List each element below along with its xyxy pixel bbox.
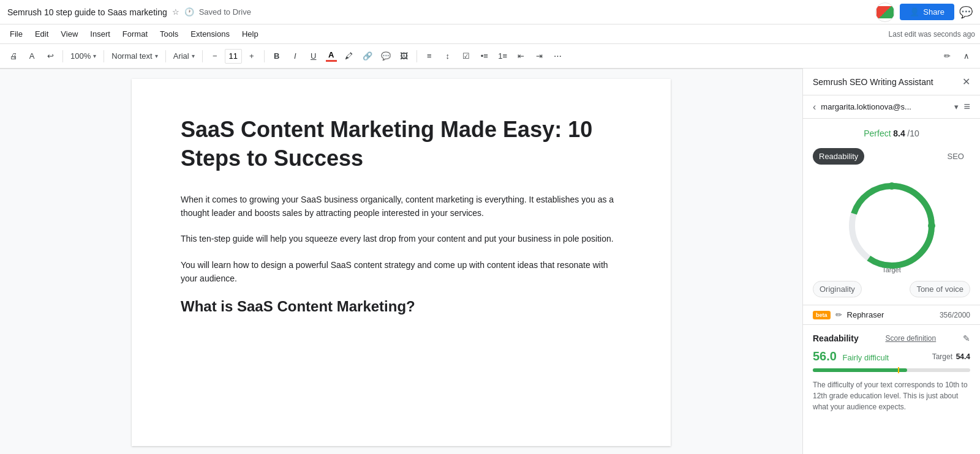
text-color-bar bbox=[326, 60, 337, 62]
last-edit-status: Last edit was seconds ago bbox=[889, 30, 975, 39]
tab-readability[interactable]: Readability bbox=[813, 148, 864, 165]
highlight-icon: 🖍 bbox=[345, 51, 353, 61]
document-area[interactable]: 1 2 3 4 5 6 7 SaaS Content Marketing Mad… bbox=[0, 69, 802, 454]
readability-description: The difficulty of your text corresponds … bbox=[813, 379, 970, 412]
zoom-chevron-icon: ▾ bbox=[93, 53, 96, 59]
text-color-button[interactable]: A bbox=[323, 49, 339, 63]
comment-button[interactable]: 💬 bbox=[377, 48, 394, 65]
readability-header: Readability Score definition ✎ bbox=[813, 333, 970, 343]
decrease-indent-button[interactable]: ⇤ bbox=[513, 48, 530, 65]
readability-score-value: 56.0 bbox=[813, 349, 837, 363]
document-para-1: When it comes to growing your SaaS busin… bbox=[181, 193, 622, 220]
panel-menu-icon[interactable]: ≡ bbox=[963, 100, 970, 113]
document-para-3: You will learn how to design a powerful … bbox=[181, 258, 622, 286]
font-size-increase-button[interactable]: + bbox=[243, 48, 260, 65]
target-score-label: Target bbox=[932, 352, 952, 361]
rephraser-row: beta ✏ Rephraser 356/2000 bbox=[803, 305, 980, 325]
collapse-button[interactable]: ∧ bbox=[958, 48, 975, 65]
menu-help[interactable]: Help bbox=[237, 27, 263, 41]
score-value: 8.4 bbox=[893, 128, 905, 138]
close-panel-button[interactable]: ✕ bbox=[962, 76, 970, 87]
numbered-list-button[interactable]: 1≡ bbox=[494, 48, 511, 65]
gauge-tabs: Readability SEO bbox=[803, 148, 980, 165]
readability-score-row: 56.0 Fairly difficult Target 54.4 bbox=[813, 349, 970, 363]
separator-3 bbox=[165, 50, 166, 62]
checklist-button[interactable]: ☑ bbox=[458, 48, 475, 65]
zoom-select[interactable]: 100% ▾ bbox=[67, 48, 100, 65]
title-bar-right: 👤 Share 💬 bbox=[875, 2, 973, 22]
menu-view[interactable]: View bbox=[56, 27, 83, 41]
menu-file[interactable]: File bbox=[5, 27, 28, 41]
gauge-svg bbox=[837, 171, 947, 269]
target-right: Target 54.4 bbox=[932, 352, 970, 361]
panel-account-row: ‹ margarita.loktionova@s... ▾ ≡ bbox=[803, 95, 980, 119]
font-select[interactable]: Arial ▾ bbox=[170, 48, 198, 65]
score-label: Perfect bbox=[864, 128, 891, 138]
document-title: Semrush 10 step guide to Saas marketing bbox=[7, 7, 167, 17]
menu-edit[interactable]: Edit bbox=[30, 27, 53, 41]
menu-insert[interactable]: Insert bbox=[85, 27, 115, 41]
menu-extensions[interactable]: Extensions bbox=[186, 27, 235, 41]
link-button[interactable]: 🔗 bbox=[359, 48, 376, 65]
target-score-value: 54.4 bbox=[956, 352, 970, 361]
separator-5 bbox=[264, 50, 265, 62]
increase-indent-button[interactable]: ⇥ bbox=[531, 48, 548, 65]
font-chevron-icon: ▾ bbox=[192, 53, 195, 59]
editing-mode-button[interactable]: ✏ bbox=[938, 48, 956, 65]
separator-2 bbox=[104, 50, 104, 62]
history-icon[interactable]: 🕐 bbox=[184, 7, 194, 17]
back-arrow-icon[interactable]: ‹ bbox=[813, 102, 816, 113]
image-button[interactable]: 🖼 bbox=[396, 48, 413, 65]
line-spacing-button[interactable]: ↕ bbox=[439, 48, 456, 65]
title-bar: Semrush 10 step guide to Saas marketing … bbox=[0, 0, 980, 24]
highlight-button[interactable]: 🖍 bbox=[341, 48, 358, 65]
document-page[interactable]: SaaS Content Marketing Made Easy: 10 Ste… bbox=[132, 79, 671, 446]
rephraser-count: 356/2000 bbox=[940, 311, 970, 319]
bullet-list-button[interactable]: •≡ bbox=[476, 48, 493, 65]
menu-tools[interactable]: Tools bbox=[155, 27, 183, 41]
readability-progress-bar bbox=[813, 368, 970, 372]
panel-score-area: Perfect 8.4 /10 bbox=[803, 119, 980, 148]
toolbar: 🖨 A ↩ 100% ▾ Normal text ▾ Arial ▾ − + B… bbox=[0, 44, 980, 69]
progress-target-marker bbox=[898, 367, 899, 373]
svg-point-3 bbox=[928, 222, 935, 229]
beta-badge: beta bbox=[813, 311, 831, 319]
menu-format[interactable]: Format bbox=[118, 27, 153, 41]
rephraser-label[interactable]: Rephraser bbox=[847, 310, 935, 319]
text-style-select[interactable]: Normal text ▾ bbox=[108, 48, 161, 65]
score-definition-link[interactable]: Score definition bbox=[885, 334, 936, 343]
share-button[interactable]: 👤 Share bbox=[900, 4, 954, 20]
undo-button[interactable]: ↩ bbox=[42, 48, 59, 65]
tab-tone-of-voice[interactable]: Tone of voice bbox=[910, 281, 970, 297]
italic-button[interactable]: I bbox=[287, 48, 304, 65]
comments-icon[interactable]: 💬 bbox=[959, 6, 973, 19]
separator-6 bbox=[417, 50, 417, 62]
edit-target-icon[interactable]: ✎ bbox=[963, 333, 970, 343]
print-button[interactable]: 🖨 bbox=[5, 48, 22, 65]
separator-1 bbox=[62, 50, 63, 62]
main-area: 1 2 3 4 5 6 7 SaaS Content Marketing Mad… bbox=[0, 69, 980, 454]
panel-header: Semrush SEO Writing Assistant ✕ bbox=[803, 69, 980, 95]
tab-seo[interactable]: SEO bbox=[941, 148, 970, 165]
readability-difficulty-label: Fairly difficult bbox=[843, 353, 889, 362]
text-style-chevron-icon: ▾ bbox=[155, 53, 158, 59]
document-title-text: SaaS Content Marketing Made Easy: 10 Ste… bbox=[181, 116, 622, 173]
bold-button[interactable]: B bbox=[268, 48, 285, 65]
tab-originality[interactable]: Originality bbox=[813, 281, 862, 297]
paint-format-button[interactable]: A bbox=[23, 48, 40, 65]
font-size-input[interactable] bbox=[225, 49, 242, 64]
account-chevron-icon[interactable]: ▾ bbox=[954, 102, 959, 111]
rephraser-icon: ✏ bbox=[835, 310, 842, 319]
readability-section-title: Readability bbox=[813, 333, 859, 343]
video-call-button[interactable] bbox=[875, 2, 895, 22]
align-button[interactable]: ≡ bbox=[421, 48, 438, 65]
more-button[interactable]: ⋯ bbox=[549, 48, 567, 65]
toolbar-right: ✏ ∧ bbox=[938, 48, 975, 65]
underline-button[interactable]: U bbox=[305, 48, 322, 65]
font-size-decrease-button[interactable]: − bbox=[206, 48, 224, 65]
ruler: 1 2 3 4 5 6 7 bbox=[0, 69, 802, 69]
score-max: /10 bbox=[907, 128, 919, 138]
star-icon[interactable]: ☆ bbox=[172, 7, 179, 17]
gauge-container bbox=[803, 165, 980, 271]
score-left: 56.0 Fairly difficult bbox=[813, 349, 889, 363]
